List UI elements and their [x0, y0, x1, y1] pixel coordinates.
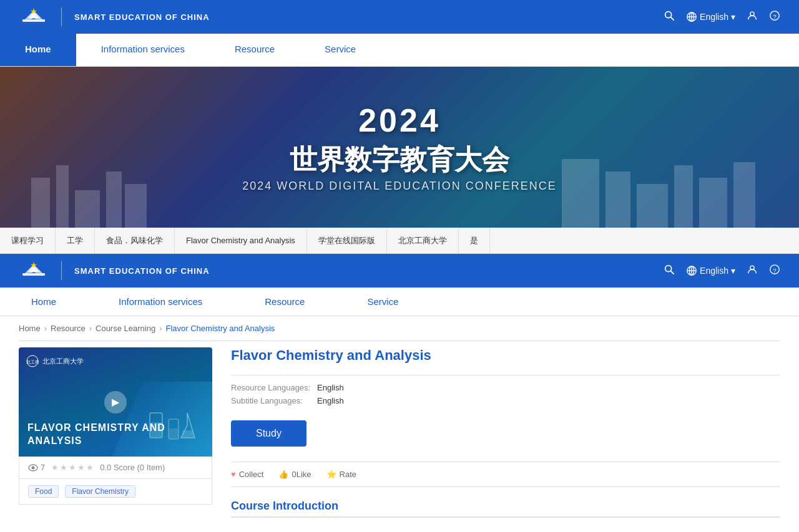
- course-title: Flavor Chemistry and Analysis: [231, 347, 780, 364]
- second-nav-information-services[interactable]: Information services: [87, 288, 233, 316]
- second-lang-label: English: [700, 266, 728, 276]
- top-nav-right: English ▾ ?: [664, 10, 780, 24]
- breadcrumb-course-learning[interactable]: Course Learning: [96, 324, 155, 333]
- second-language-selector[interactable]: English ▾: [686, 265, 735, 276]
- action-row: ♥ Collect 👍 0Like ⭐ Rate: [231, 470, 780, 479]
- svg-rect-40: [169, 428, 179, 439]
- play-button[interactable]: ▶: [104, 391, 127, 414]
- rate-label: Rate: [340, 470, 356, 479]
- second-search-icon[interactable]: [664, 264, 675, 278]
- top-nav-bar: SMART EDUCATION OF CHINA English ▾ ?: [0, 0, 799, 34]
- second-help-icon[interactable]: ?: [769, 264, 780, 278]
- score-label-text: Score (0 Item): [111, 463, 165, 472]
- star-5: ★: [86, 463, 94, 472]
- course-detail: Flavor Chemistry and Analysis Resource L…: [231, 347, 780, 518]
- breadcrumb-sep-3: ›: [159, 324, 162, 333]
- tag-food[interactable]: Food: [28, 485, 59, 498]
- hero-text: 2024 世界数字教育大会 2024 WORLD DIGITAL EDUCATI…: [242, 102, 557, 193]
- study-button[interactable]: Study: [231, 420, 306, 447]
- svg-line-4: [671, 17, 674, 20]
- rate-icon: ⭐: [326, 470, 336, 479]
- lang-label: English: [700, 12, 728, 22]
- hero-english: 2024 WORLD DIGITAL EDUCATION CONFERENCE: [242, 180, 557, 193]
- second-logo-icon: [19, 259, 49, 282]
- second-nav-home[interactable]: Home: [0, 288, 87, 316]
- scroll-trail: 课程学习 工学 食品．风味化学 Flavor Chemistry and Ana…: [0, 228, 799, 254]
- second-nav-service[interactable]: Service: [336, 288, 429, 316]
- svg-rect-20: [674, 165, 693, 228]
- svg-rect-16: [125, 184, 147, 228]
- svg-rect-21: [699, 178, 727, 228]
- content-area: 北工商 北京工商大学 ▶ FLAVOR CHEM­ISTRY AND: [0, 341, 799, 530]
- scroll-item-4[interactable]: 学堂在线国际版: [307, 228, 387, 253]
- like-label: 0Like: [292, 470, 311, 479]
- score-value: 0.0: [100, 463, 111, 472]
- section-title: Course Introduction: [231, 500, 780, 518]
- views-count: 7: [41, 463, 45, 472]
- university-logo-icon: 北工商: [26, 355, 39, 367]
- breadcrumb-resource[interactable]: Resource: [51, 324, 86, 333]
- user-icon[interactable]: [747, 10, 758, 24]
- nav-information-services[interactable]: Information services: [76, 34, 210, 66]
- main-nav: Home Information services Resource Servi…: [0, 34, 799, 67]
- nav-resource[interactable]: Resource: [210, 34, 300, 66]
- scroll-item-6[interactable]: 是: [459, 228, 490, 253]
- lang-dropdown-icon: ▾: [731, 12, 735, 22]
- subtitle-languages-label: Subtitle Languages:: [231, 396, 312, 405]
- second-nav-resource[interactable]: Resource: [233, 288, 336, 316]
- svg-rect-19: [637, 184, 668, 228]
- second-lang-dropdown-icon: ▾: [731, 266, 735, 276]
- star-4: ★: [77, 463, 85, 472]
- second-site-name: SMART EDUCATION OF CHINA: [74, 266, 210, 276]
- resource-languages-label: Resource Languages:: [231, 383, 312, 392]
- like-action[interactable]: 👍 0Like: [278, 470, 311, 479]
- course-thumbnail[interactable]: 北工商 北京工商大学 ▶ FLAVOR CHEM­ISTRY AND: [19, 347, 212, 457]
- course-meta-row: 7 ★ ★ ★ ★ ★ 0.0 Score (0 Item): [19, 457, 212, 479]
- language-selector[interactable]: English ▾: [686, 11, 735, 22]
- breadcrumb-sep-1: ›: [44, 324, 47, 333]
- svg-rect-18: [605, 172, 630, 228]
- star-2: ★: [60, 463, 67, 472]
- breadcrumb-home[interactable]: Home: [19, 324, 41, 333]
- nav-service[interactable]: Service: [300, 34, 381, 66]
- hero-chinese: 世界数字教育大会: [242, 142, 557, 178]
- scroll-item-5[interactable]: 北京工商大学: [387, 228, 459, 253]
- scroll-item-0[interactable]: 课程学习: [0, 228, 56, 253]
- views-icon: [28, 464, 38, 472]
- tag-flavor-chemistry[interactable]: Flavor Chemistry: [65, 485, 135, 498]
- scroll-item-2[interactable]: 食品．风味化学: [95, 228, 175, 253]
- collect-action[interactable]: ♥ Collect: [231, 470, 263, 479]
- rate-action[interactable]: ⭐ Rate: [326, 470, 356, 479]
- second-logo-area: SMART EDUCATION OF CHINA: [19, 259, 210, 282]
- course-card: 北工商 北京工商大学 ▶ FLAVOR CHEM­ISTRY AND: [19, 347, 212, 518]
- svg-text:北工商: 北工商: [26, 360, 39, 364]
- svg-rect-17: [562, 159, 599, 228]
- subtitle-languages-value: English: [317, 396, 344, 405]
- svg-rect-22: [733, 162, 755, 228]
- detail-divider-2: [231, 462, 780, 462]
- breadcrumb: Home › Resource › Course Learning › Flav…: [0, 316, 799, 341]
- heart-icon: ♥: [231, 470, 236, 479]
- logo-icon: [19, 6, 49, 28]
- course-thumb-title: FLAVOR CHEM­ISTRY ANDANALYSIS: [27, 422, 165, 448]
- second-nav-bar: SMART EDUCATION OF CHINA English ▾ ?: [0, 254, 799, 288]
- breadcrumb-sep-2: ›: [89, 324, 92, 333]
- resource-languages-value: English: [317, 383, 344, 392]
- scroll-item-3[interactable]: Flavor Chemistry and Analysis: [175, 228, 307, 253]
- star-3: ★: [69, 463, 76, 472]
- second-user-icon[interactable]: [747, 264, 758, 278]
- svg-rect-14: [75, 190, 100, 228]
- star-rating: ★ ★ ★ ★ ★: [51, 463, 94, 472]
- nav-home[interactable]: Home: [0, 34, 76, 66]
- search-icon[interactable]: [664, 10, 675, 24]
- help-icon[interactable]: ?: [769, 10, 780, 24]
- svg-line-27: [671, 271, 674, 274]
- svg-point-42: [32, 466, 35, 469]
- second-logo-divider: [61, 261, 62, 280]
- scroll-item-1[interactable]: 工学: [56, 228, 95, 253]
- like-icon: 👍: [278, 470, 288, 479]
- detail-divider-1: [231, 375, 780, 375]
- svg-rect-24: [22, 273, 45, 276]
- svg-rect-1: [22, 19, 45, 22]
- resource-languages-row: Resource Languages: English: [231, 383, 780, 392]
